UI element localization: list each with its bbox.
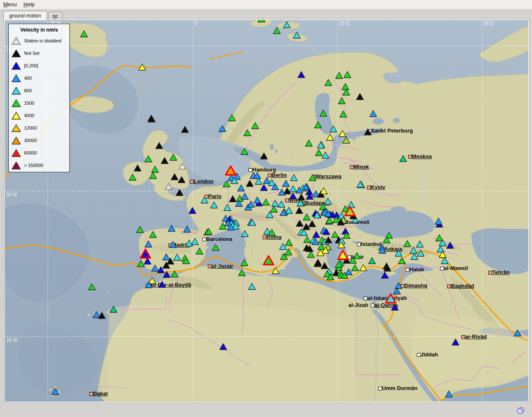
station-marker[interactable] <box>382 272 389 278</box>
station-marker[interactable] <box>156 142 163 149</box>
station-marker[interactable] <box>286 207 293 213</box>
station-marker[interactable] <box>308 251 315 258</box>
station-marker-highlighted[interactable] <box>140 249 150 258</box>
station-marker[interactable] <box>320 110 327 116</box>
station-marker[interactable] <box>296 207 303 213</box>
station-marker[interactable] <box>145 241 152 247</box>
station-marker[interactable] <box>286 239 293 245</box>
station-marker[interactable] <box>369 258 376 264</box>
station-marker[interactable] <box>338 98 345 104</box>
station-marker[interactable] <box>224 204 231 211</box>
station-marker[interactable] <box>139 64 146 70</box>
station-marker[interactable] <box>150 231 157 238</box>
station-marker[interactable] <box>342 83 349 90</box>
station-marker[interactable] <box>192 238 199 245</box>
station-marker[interactable] <box>171 174 178 180</box>
station-marker-highlighted[interactable] <box>386 294 396 303</box>
menu-item-menu[interactable]: Menu <box>0 0 20 9</box>
station-marker[interactable] <box>404 240 411 247</box>
station-marker[interactable] <box>261 184 268 191</box>
station-marker[interactable] <box>354 253 361 259</box>
station-marker[interactable] <box>138 260 145 267</box>
station-marker[interactable] <box>400 155 407 162</box>
station-marker[interactable] <box>110 306 117 312</box>
station-marker[interactable] <box>340 111 347 117</box>
station-marker[interactable] <box>212 244 219 250</box>
station-marker[interactable] <box>315 259 322 265</box>
station-marker[interactable] <box>219 125 226 132</box>
station-marker[interactable] <box>152 265 159 271</box>
station-marker[interactable] <box>93 312 100 318</box>
station-marker[interactable] <box>313 231 320 238</box>
station-marker-highlighted[interactable] <box>264 256 273 265</box>
station-marker[interactable] <box>452 339 459 345</box>
station-marker[interactable] <box>165 183 172 189</box>
station-marker[interactable] <box>264 177 271 184</box>
station-marker[interactable] <box>229 196 236 202</box>
station-marker[interactable] <box>178 177 185 183</box>
station-marker[interactable] <box>241 260 248 266</box>
station-marker[interactable] <box>229 115 236 121</box>
station-marker[interactable] <box>309 221 316 227</box>
station-marker[interactable] <box>322 152 329 158</box>
station-marker[interactable] <box>179 163 186 169</box>
station-marker[interactable] <box>144 258 151 264</box>
station-marker[interactable] <box>238 185 245 191</box>
station-marker[interactable] <box>196 248 203 254</box>
station-marker[interactable] <box>137 226 144 233</box>
station-marker[interactable] <box>150 172 157 179</box>
station-marker[interactable] <box>370 110 377 117</box>
station-marker[interactable] <box>342 228 349 234</box>
station-marker[interactable] <box>244 130 251 136</box>
station-marker[interactable] <box>325 79 332 86</box>
station-marker[interactable] <box>239 270 246 276</box>
station-marker[interactable] <box>249 283 256 289</box>
station-marker[interactable] <box>261 153 268 159</box>
station-marker[interactable] <box>417 250 424 256</box>
station-marker[interactable] <box>252 123 259 129</box>
station-marker[interactable] <box>168 225 175 231</box>
station-marker[interactable] <box>283 180 290 186</box>
station-marker[interactable] <box>248 201 255 207</box>
station-marker[interactable] <box>163 254 170 260</box>
station-marker[interactable] <box>315 150 323 156</box>
station-marker[interactable] <box>89 284 96 290</box>
station-marker[interactable] <box>170 241 177 248</box>
station-marker[interactable] <box>258 20 265 22</box>
station-marker[interactable] <box>148 115 155 121</box>
station-marker[interactable] <box>211 202 218 208</box>
station-marker-highlighted[interactable] <box>226 166 236 175</box>
station-marker[interactable] <box>278 201 285 207</box>
station-marker[interactable] <box>255 178 262 184</box>
station-marker[interactable] <box>189 207 196 213</box>
station-marker[interactable] <box>298 71 305 78</box>
station-marker[interactable] <box>332 231 339 238</box>
station-marker[interactable] <box>321 262 328 269</box>
station-marker[interactable] <box>325 198 332 204</box>
station-marker[interactable] <box>392 304 399 310</box>
station-marker[interactable] <box>315 122 322 128</box>
station-marker[interactable] <box>320 188 328 194</box>
station-marker[interactable] <box>357 93 364 100</box>
station-marker[interactable] <box>186 240 193 246</box>
station-marker[interactable] <box>174 254 181 260</box>
station-marker[interactable] <box>271 206 278 212</box>
station-marker[interactable] <box>305 140 313 146</box>
station-marker[interactable] <box>326 217 333 223</box>
station-marker[interactable] <box>348 201 355 208</box>
station-marker[interactable] <box>296 220 303 226</box>
station-marker[interactable] <box>339 130 346 137</box>
station-marker[interactable] <box>336 72 343 78</box>
station-marker[interactable] <box>241 193 249 199</box>
station-marker[interactable] <box>290 186 297 192</box>
station-marker[interactable] <box>437 246 444 252</box>
station-marker[interactable] <box>273 27 281 34</box>
station-marker[interactable] <box>81 31 88 37</box>
station-marker[interactable] <box>134 165 141 171</box>
station-marker[interactable] <box>272 267 279 274</box>
station-marker[interactable] <box>343 137 350 143</box>
station-marker[interactable] <box>283 22 291 28</box>
station-marker[interactable] <box>161 157 168 164</box>
station-marker[interactable] <box>345 269 352 275</box>
station-marker[interactable] <box>327 134 334 140</box>
